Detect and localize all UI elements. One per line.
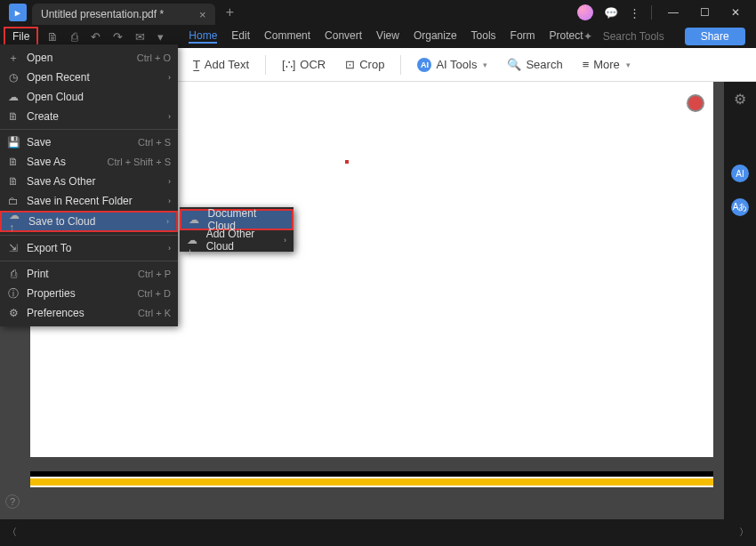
file-menu-item-save-as[interactable]: 🗎Save AsCtrl + Shift + S (0, 152, 178, 172)
menu-organize[interactable]: Organize (414, 29, 457, 44)
pdf-page-2-top (30, 471, 713, 487)
file-menu-item-save-as-other[interactable]: 🗎Save As Other› (0, 172, 178, 191)
menu-item-label: Save As (27, 156, 66, 168)
menu-item-label: Properties (27, 287, 76, 300)
submenu-arrow-icon: › (166, 217, 169, 226)
next-arrow-icon[interactable]: 〉 (739, 526, 749, 539)
search-tool[interactable]: 🔍Search (500, 54, 569, 75)
user-avatar[interactable] (577, 4, 593, 20)
menu-home[interactable]: Home (189, 29, 217, 44)
search-tools-input[interactable] (603, 30, 674, 43)
share-button[interactable]: Share (685, 28, 745, 45)
menu-item-label: Open (27, 52, 52, 64)
mail-icon[interactable]: ✉ (135, 30, 145, 44)
minimize-button[interactable]: — (663, 6, 684, 19)
shortcut-label: Ctrl + P (138, 269, 171, 279)
folder-icon: 🗀 (7, 195, 20, 207)
add-text-label: Add Text (205, 58, 249, 71)
prefs-icon: ⚙ (7, 307, 20, 319)
divider (400, 55, 401, 75)
cloud-icon: ☁ (7, 91, 20, 103)
menu-convert[interactable]: Convert (325, 29, 362, 44)
kebab-menu-icon[interactable]: ⋮ (629, 6, 640, 20)
menu-item-label: Open Recent (27, 71, 90, 84)
sparkle-icon: ✦ (583, 30, 592, 43)
tab-title: Untitled presentation.pdf * (41, 8, 164, 20)
print-icon: ⎙ (7, 268, 20, 280)
menu-comment[interactable]: Comment (264, 29, 310, 44)
crop-label: Crop (359, 58, 384, 71)
export-icon: ⇲ (7, 242, 20, 254)
quick-icons: 🗎 ⎙ ↶ ↷ ✉ ▾ (47, 30, 164, 44)
menu-item-label: Create (27, 110, 59, 123)
submenu-arrow-icon: › (168, 73, 171, 82)
document-tab[interactable]: Untitled presentation.pdf * × (32, 4, 215, 25)
file-menu-item-open-cloud[interactable]: ☁Open Cloud (0, 87, 178, 107)
shortcut-label: Ctrl + O (137, 52, 171, 63)
undo-icon[interactable]: ↶ (91, 30, 101, 44)
file-menu-item-properties[interactable]: ⓘPropertiesCtrl + D (0, 284, 178, 303)
file-menu-item-open-recent[interactable]: ◷Open Recent› (0, 68, 178, 87)
close-window-button[interactable]: ✕ (726, 6, 745, 19)
clock-icon: ◷ (7, 71, 20, 84)
menu-item-label: Export To (27, 242, 71, 254)
settings-sliders-icon[interactable]: ⚙ (734, 91, 746, 108)
translate-icon[interactable]: Aあ (731, 198, 749, 216)
chat-icon[interactable]: 💬 (604, 6, 618, 20)
menu-separator (0, 235, 178, 236)
ai-assistant-icon[interactable]: AI (731, 165, 749, 182)
menu-protect[interactable]: Protect (550, 29, 583, 44)
submenu-arrow-icon: › (168, 244, 171, 253)
submenu-arrow-icon: › (168, 177, 171, 186)
menu-item-label: Open Cloud (27, 91, 84, 103)
help-icon[interactable]: ? (5, 494, 20, 509)
file-menu-item-open[interactable]: ＋OpenCtrl + O (0, 48, 178, 68)
cloudup-icon: ☁↑ (9, 215, 21, 228)
add-tab-button[interactable]: + (226, 4, 234, 20)
dropdown-icon[interactable]: ▾ (157, 30, 164, 44)
menu-tools[interactable]: Tools (471, 29, 496, 44)
menu-edit[interactable]: Edit (231, 29, 250, 44)
more-tool[interactable]: ≡More▾ (575, 54, 638, 75)
save-icon: 💾 (7, 136, 20, 149)
redo-icon[interactable]: ↷ (113, 30, 123, 44)
menu-item-label: Save As Other (27, 175, 95, 188)
menu-view[interactable]: View (376, 29, 399, 44)
prev-arrow-icon[interactable]: 〈 (7, 526, 17, 539)
file-menu-item-save[interactable]: 💾SaveCtrl + S (0, 132, 178, 152)
file-menu-item-export-to[interactable]: ⇲Export To› (0, 238, 178, 258)
file-menu-button[interactable]: File (4, 27, 38, 46)
print-icon[interactable]: ⎙ (71, 30, 78, 44)
pdf-badge-icon[interactable] (687, 94, 704, 112)
shortcut-label: Ctrl + D (137, 288, 171, 299)
add-text-tool[interactable]: T̲Add Text (186, 54, 256, 75)
divider (651, 5, 652, 20)
main-menus: Home Edit Comment Convert View Organize … (189, 29, 583, 44)
file-dropdown-menu: ＋OpenCtrl + O◷Open Recent›☁Open Cloud🗎Cr… (0, 44, 178, 326)
file-menu-item-create[interactable]: 🗎Create› (0, 107, 178, 126)
close-tab-icon[interactable]: × (199, 8, 206, 21)
menu-item-label: Save (27, 136, 51, 149)
maximize-button[interactable]: ☐ (695, 6, 715, 19)
saveas-icon: 🗎 (7, 175, 20, 188)
file-menu-item-save-to-cloud[interactable]: ☁↑Save to Cloud› (0, 211, 178, 232)
menu-item-label: Preferences (27, 307, 84, 319)
submenu-item-add-other-cloud[interactable]: ☁+Add Other Cloud› (180, 230, 294, 250)
file-menu-item-save-in-recent-folder[interactable]: 🗀Save in Recent Folder› (0, 191, 178, 211)
titlebar: ▸ Untitled presentation.pdf * × + 💬 ⋮ — … (0, 0, 756, 25)
submenu-arrow-icon: › (284, 236, 286, 245)
ai-tools[interactable]: AIAI Tools▾ (410, 54, 495, 76)
ocr-tool[interactable]: [∴]OCR (275, 54, 333, 75)
menu-item-label: Print (27, 268, 49, 280)
ai-tools-label: AI Tools (436, 58, 477, 71)
crop-tool[interactable]: ⊡Crop (338, 54, 391, 75)
file-menu-item-print[interactable]: ⎙PrintCtrl + P (0, 264, 178, 284)
search-label: Search (526, 58, 562, 71)
doc-icon: 🗎 (7, 110, 20, 123)
saveas-icon: 🗎 (7, 156, 20, 168)
submenu-item-label: Add Other Cloud (206, 228, 284, 253)
app-logo-icon: ▸ (9, 4, 27, 21)
file-menu-item-preferences[interactable]: ⚙PreferencesCtrl + K (0, 303, 178, 323)
save-icon[interactable]: 🗎 (47, 30, 59, 44)
menu-form[interactable]: Form (511, 29, 535, 44)
